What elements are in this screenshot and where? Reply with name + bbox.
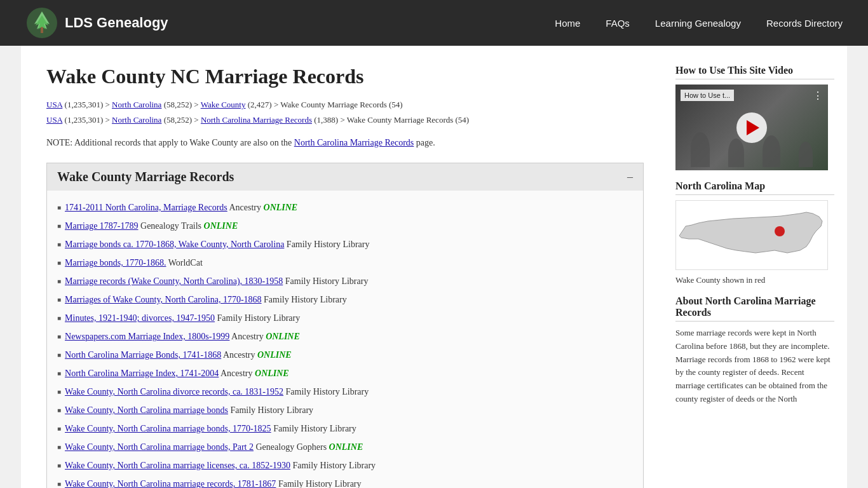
video-menu-dots: ⋮ [813,90,823,102]
nav-faqs[interactable]: FAQs [606,18,630,29]
record-link[interactable]: Minutes, 1921-1940; divorces, 1947-1950 [65,313,215,323]
logo-area[interactable]: LDS Genealogy [25,6,168,39]
record-link[interactable]: 1741-2011 North Carolina, Marriage Recor… [65,203,227,212]
record-link[interactable]: Wake County, North Carolina marriage bon… [65,424,271,433]
record-item: Marriage records (Wake County, North Car… [57,272,633,290]
record-item: Marriage bonds ca. 1770-1868, Wake Count… [57,235,633,254]
records-section: Wake County Marriage Records – 1741-2011… [46,163,644,488]
nc-map-container [675,200,828,270]
silhouette-1 [691,132,710,167]
page-title: Wake County NC Marriage Records [46,65,644,88]
video-play-button[interactable] [736,112,767,143]
video-thumbnail[interactable]: How to Use t... ⋮ [675,85,828,170]
record-link[interactable]: Wake County, North Carolina marriage rec… [65,479,276,488]
content-wrapper: Wake County NC Marriage Records USA (1,2… [21,46,847,488]
silhouette-4 [799,142,813,167]
record-link[interactable]: Marriage 1787-1789 [65,221,138,231]
nav-learning[interactable]: Learning Genealogy [655,18,741,29]
svg-rect-1 [41,27,43,33]
record-link[interactable]: Marriage bonds ca. 1770-1868, Wake Count… [65,240,284,249]
online-badge: ONLINE [257,350,292,360]
breadcrumb-1: USA (1,235,301) > North Carolina (58,252… [46,98,644,111]
record-link[interactable]: North Carolina Marriage Index, 1741-2004 [65,369,219,378]
header: LDS Genealogy Home FAQs Learning Genealo… [0,0,868,46]
bc-wake-1[interactable]: Wake County [201,100,246,109]
record-item: Wake County, North Carolina marriage rec… [57,475,633,488]
breadcrumb-2: USA (1,235,301) > North Carolina (58,252… [46,114,644,126]
record-item: Wake County, North Carolina divorce reco… [57,383,633,401]
online-badge: ONLINE [329,442,363,452]
bc-nc-marriage[interactable]: North Carolina Marriage Records [201,115,312,125]
record-item: Marriage bonds, 1770-1868. WorldCat [57,254,633,272]
record-item: Wake County, North Carolina marriage bon… [57,419,633,438]
how-to-use-title: How to Use This Site Video [675,65,834,79]
record-list: 1741-2011 North Carolina, Marriage Recor… [57,198,633,488]
record-link[interactable]: Marriages of Wake County, North Carolina… [65,295,262,304]
bc-usa-1[interactable]: USA [46,100,62,109]
record-item: 1741-2011 North Carolina, Marriage Recor… [57,198,633,217]
main-nav: Home FAQs Learning Genealogy Records Dir… [555,18,843,29]
section-title: Wake County Marriage Records [57,170,234,184]
record-item: Wake County, North Carolina marriage lic… [57,456,633,475]
logo-text[interactable]: LDS Genealogy [65,15,168,31]
nc-map-title: North Carolina Map [675,180,834,195]
video-title-bar: How to Use t... [681,90,734,101]
record-item: Marriage 1787-1789 Genealogy Trails ONLI… [57,217,633,235]
nc-marriage-link[interactable]: North Carolina Marriage Records [294,138,414,147]
map-caption: Wake County shown in red [675,275,834,285]
record-link[interactable]: Wake County, North Carolina marriage bon… [65,442,254,452]
record-item: North Carolina Marriage Index, 1741-2004… [57,364,633,383]
record-item: Wake County, North Carolina marriage bon… [57,438,633,456]
nav-records-dir[interactable]: Records Directory [766,18,843,29]
section-content: 1741-2011 North Carolina, Marriage Recor… [47,191,643,488]
record-link[interactable]: Wake County, North Carolina marriage lic… [65,461,290,470]
bc-nc-1[interactable]: North Carolina [112,100,161,109]
nav-home[interactable]: Home [555,18,580,29]
online-badge: ONLINE [264,203,298,212]
online-badge: ONLINE [204,221,238,231]
svg-point-4 [775,226,785,236]
record-link[interactable]: Wake County, North Carolina marriage bon… [65,405,228,415]
about-text: Some marriage records were kept in North… [675,327,834,406]
record-link[interactable]: Newspapers.com Marriage Index, 1800s-199… [65,332,229,341]
play-triangle-icon [747,120,759,135]
section-header[interactable]: Wake County Marriage Records – [47,163,643,191]
sidebar: How to Use This Site Video How to Use t.… [675,58,834,488]
record-link[interactable]: Wake County, North Carolina divorce reco… [65,387,283,396]
record-link[interactable]: Marriage bonds, 1770-1868. [65,258,166,268]
online-badge: ONLINE [255,369,289,378]
bc-usa-2[interactable]: USA [46,115,62,125]
record-item: Minutes, 1921-1940; divorces, 1947-1950 … [57,309,633,327]
about-title: About North Carolina Marriage Records [675,295,834,322]
silhouette-2 [728,139,744,167]
note-text: NOTE: Additional records that apply to W… [46,136,644,150]
record-item: North Carolina Marriage Bonds, 1741-1868… [57,346,633,364]
nc-map-svg [676,201,827,269]
silhouette-3 [763,135,780,167]
main-content: Wake County NC Marriage Records USA (1,2… [34,58,656,488]
record-link[interactable]: North Carolina Marriage Bonds, 1741-1868 [65,350,221,360]
online-badge: ONLINE [266,332,300,341]
record-item: Newspapers.com Marriage Index, 1800s-199… [57,327,633,346]
collapse-icon[interactable]: – [627,170,633,184]
logo-tree-icon [25,6,58,39]
record-link[interactable]: Marriage records (Wake County, North Car… [65,276,283,286]
record-item: Wake County, North Carolina marriage bon… [57,401,633,419]
bc-nc-2[interactable]: North Carolina [112,115,161,125]
record-item: Marriages of Wake County, North Carolina… [57,290,633,309]
